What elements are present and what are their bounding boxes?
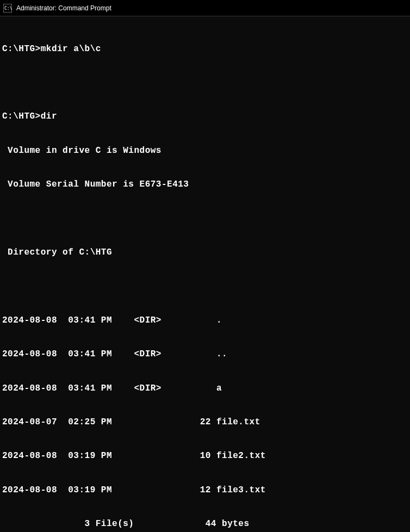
terminal-line: 2024-08-07 02:25 PM 22 file.txt [2,417,408,428]
terminal-line: 2024-08-08 03:19 PM 10 file2.txt [2,450,408,462]
cmd-icon: C:\ [3,4,12,13]
terminal-line: Volume in drive C is Windows [2,145,408,157]
terminal-line: Directory of C:\HTG [2,247,408,258]
terminal-line: 3 File(s) 44 bytes [2,518,408,530]
terminal-line: 2024-08-08 03:41 PM <DIR> . [2,315,408,326]
terminal-line: 2024-08-08 03:41 PM <DIR> .. [2,349,408,360]
terminal-line: C:\HTG>mkdir a\b\c [2,44,408,55]
terminal-blank [2,77,408,89]
terminal-line: 2024-08-08 03:41 PM <DIR> a [2,383,408,394]
terminal-blank [2,281,408,292]
window-title: Administrator: Command Prompt [16,4,111,12]
svg-text:C:\: C:\ [4,6,12,11]
terminal-line: Volume Serial Number is E673-E413 [2,179,408,190]
window-titlebar[interactable]: C:\ Administrator: Command Prompt [0,0,410,16]
terminal-blank [2,213,408,225]
terminal-line: 2024-08-08 03:19 PM 12 file3.txt [2,485,408,496]
terminal-output[interactable]: C:\HTG>mkdir a\b\c C:\HTG>dir Volume in … [0,16,410,532]
terminal-line: C:\HTG>dir [2,111,408,122]
